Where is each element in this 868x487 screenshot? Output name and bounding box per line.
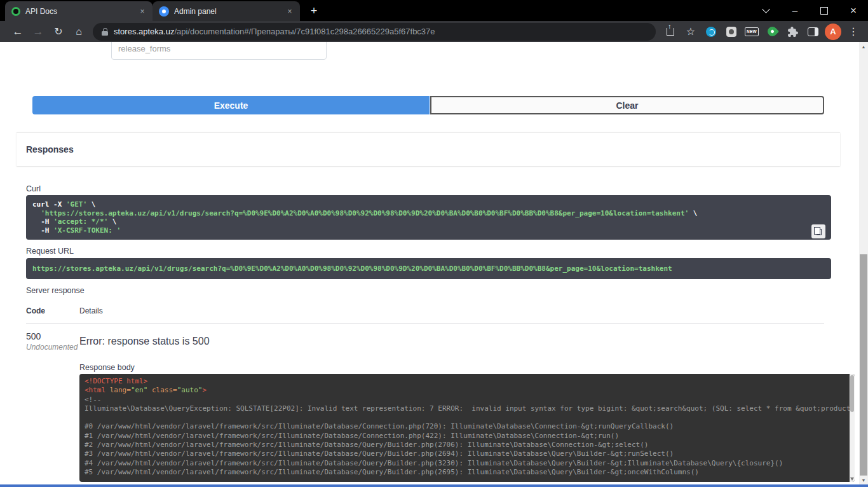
- code-line: Illuminate\Database\QueryException: SQLS…: [85, 404, 850, 413]
- code-line: 'https://stores.apteka.uz/api/v1/drugs/s…: [32, 209, 825, 218]
- tab-close-icon[interactable]: [285, 6, 295, 17]
- profile-avatar[interactable]: A: [825, 24, 841, 40]
- responses-section-header: Responses: [17, 132, 840, 166]
- lock-icon: [102, 28, 108, 36]
- home-icon[interactable]: [69, 22, 89, 42]
- page-scrollbar[interactable]: [859, 42, 868, 484]
- responses-title: Responses: [26, 144, 74, 154]
- scrollbar-up-arrow[interactable]: [859, 42, 868, 51]
- puzzle-glyph: [787, 26, 798, 37]
- browser-tab-bar: API Docs Admin panel: [0, 0, 868, 21]
- tab-title-api-docs: API Docs: [25, 7, 132, 16]
- code-line: #2 /var/www/html/vendor/laravel/framewor…: [85, 441, 850, 449]
- clear-button[interactable]: Clear: [430, 96, 824, 114]
- extension-screenshot-icon[interactable]: [723, 24, 740, 40]
- window-maximize-button[interactable]: [810, 0, 839, 21]
- window-minimize-button[interactable]: [780, 0, 810, 21]
- code-line: #1 /var/www/html/vendor/laravel/framewor…: [85, 432, 850, 441]
- scrollbar-down-arrow[interactable]: [859, 476, 868, 484]
- extensions-puzzle-icon[interactable]: [784, 24, 801, 40]
- extension-green-leaf-icon[interactable]: [764, 24, 780, 40]
- tab-title-admin-panel: Admin panel: [174, 7, 280, 16]
- extension-new-badge-icon[interactable]: NEW: [743, 24, 760, 40]
- refresh-icon[interactable]: [48, 22, 69, 42]
- side-panel-icon[interactable]: [804, 24, 821, 40]
- code-line: <!DOCTYPE html>: [85, 377, 850, 386]
- swagger-page: Execute Clear Responses Curl curl -X 'GE…: [0, 42, 868, 484]
- url-host: stores.apteka.uz: [114, 27, 174, 36]
- code-line: -H 'X-CSRF-TOKEN: ': [32, 226, 825, 235]
- extension-blue-icon[interactable]: [703, 24, 719, 40]
- admin-panel-favicon: [159, 6, 169, 17]
- url-path: /api/documentation#/Препараты/7c91f081c2…: [174, 27, 435, 36]
- code-line: #0 /var/www/html/vendor/laravel/framewor…: [85, 422, 850, 431]
- response-error-text: Error: response status is 500: [79, 336, 210, 347]
- code-line: <html lang="en" class="auto">: [85, 386, 850, 395]
- response-body-code: <!DOCTYPE html><html lang="en" class="au…: [79, 374, 855, 480]
- forward-icon[interactable]: [28, 22, 48, 42]
- browser-menu-icon[interactable]: [845, 24, 862, 40]
- tab-api-docs[interactable]: API Docs: [5, 1, 153, 21]
- taskbar-edge: [0, 484, 868, 487]
- code-column-header: Code: [26, 306, 45, 315]
- code-line: #4 /var/www/html/vendor/laravel/framewor…: [85, 459, 850, 468]
- copy-glyph: [817, 229, 822, 235]
- details-column-header: Details: [79, 306, 103, 315]
- execute-button[interactable]: Execute: [32, 96, 430, 114]
- code-line: #5 /var/www/html/vendor/laravel/framewor…: [85, 468, 850, 477]
- code-line: <!--: [85, 395, 850, 404]
- new-tab-button[interactable]: [305, 2, 323, 20]
- request-url-label: Request URL: [26, 247, 74, 256]
- bookmark-star-icon[interactable]: [682, 24, 699, 40]
- tab-admin-panel[interactable]: Admin panel: [153, 1, 300, 21]
- api-docs-favicon: [11, 7, 20, 16]
- code-line: #3 /var/www/html/vendor/laravel/framewor…: [85, 449, 850, 458]
- curl-command-block: curl -X 'GET' \ 'https://stores.apteka.u…: [26, 195, 831, 240]
- scrollbar-thumb[interactable]: [860, 254, 867, 476]
- code-line: -H 'accept: */*' \: [32, 217, 825, 226]
- share-icon[interactable]: [662, 24, 679, 40]
- response-body-scrollbar[interactable]: [850, 374, 855, 482]
- server-response-label: Server response: [26, 286, 85, 295]
- window-close-button[interactable]: [839, 0, 868, 21]
- response-body-scrollbar-thumb[interactable]: [850, 375, 854, 412]
- response-body-label: Response body: [79, 363, 135, 372]
- tab-close-icon[interactable]: [137, 6, 147, 17]
- undocumented-label: Undocumented: [26, 343, 78, 352]
- response-status-code: 500: [26, 331, 41, 341]
- copy-icon[interactable]: [811, 224, 825, 238]
- curl-label: Curl: [26, 184, 41, 193]
- code-line: [85, 413, 850, 422]
- response-body-scrollbar-down-arrow[interactable]: [850, 477, 854, 481]
- request-url-block: https://stores.apteka.uz/api/v1/drugs/se…: [26, 258, 831, 279]
- address-bar[interactable]: stores.apteka.uz/api/documentation#/Преп…: [93, 23, 656, 41]
- back-icon[interactable]: [8, 22, 28, 42]
- url-text: stores.apteka.uz/api/documentation#/Преп…: [114, 27, 435, 36]
- response-body-block: <!DOCTYPE html><html lang="en" class="au…: [79, 374, 855, 482]
- tab-search-chevron-icon[interactable]: [751, 0, 780, 21]
- browser-toolbar: stores.apteka.uz/api/documentation#/Преп…: [0, 21, 868, 42]
- code-line: curl -X 'GET' \: [32, 200, 825, 209]
- request-url-value: https://stores.apteka.uz/api/v1/drugs/se…: [32, 264, 672, 273]
- parameter-input[interactable]: [111, 42, 327, 60]
- table-header-divider: [26, 323, 824, 324]
